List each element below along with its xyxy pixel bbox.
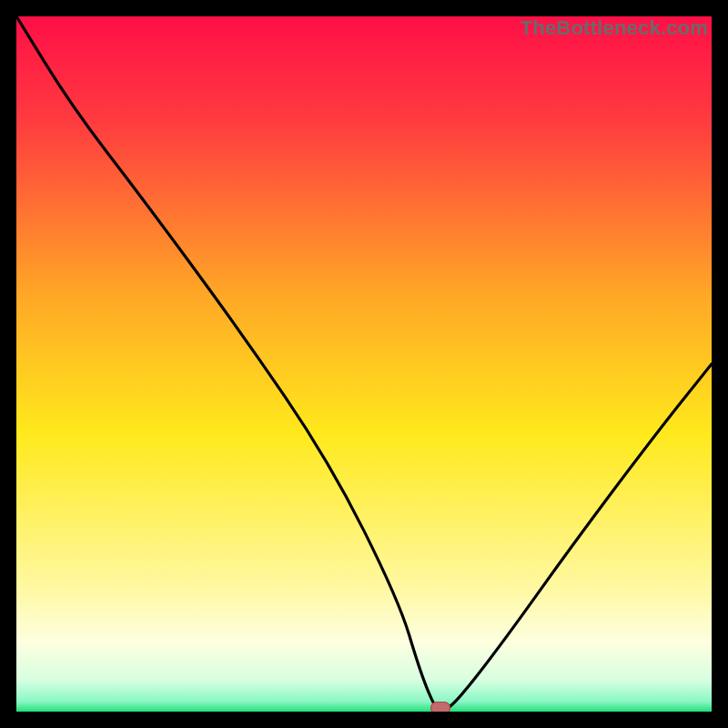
optimal-point-marker: [430, 702, 450, 712]
plot-area: TheBottleneck.com: [16, 16, 712, 712]
bottleneck-curve: [16, 16, 712, 712]
watermark-text: TheBottleneck.com: [521, 16, 708, 40]
chart-frame: TheBottleneck.com: [0, 0, 728, 728]
